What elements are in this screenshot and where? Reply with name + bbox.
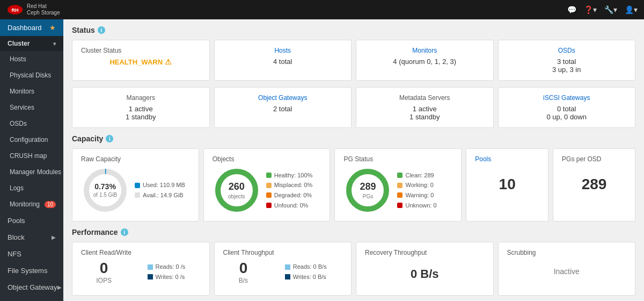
cluster-status-title: Cluster Status <box>81 47 201 54</box>
sidebar-section-cluster[interactable]: Cluster ▾ <box>0 36 63 51</box>
metadata-servers-title: Metadata Servers <box>365 94 485 102</box>
sidebar-item-configuration[interactable]: Configuration <box>0 132 63 148</box>
sidebar-item-file-systems[interactable]: File Systems <box>0 262 63 279</box>
sidebar-item-physical-disks[interactable]: Physical Disks <box>0 67 63 83</box>
help-icon[interactable]: ❓▾ <box>584 5 597 14</box>
sidebar-item-dashboard[interactable]: Dashboard ★ <box>0 19 63 36</box>
pools-card: Pools 10 <box>466 148 548 221</box>
osds-link[interactable]: OSDs <box>558 47 575 54</box>
sidebar-item-crush-map[interactable]: CRUSH map <box>0 148 63 164</box>
performance-info-icon[interactable]: i <box>121 228 128 236</box>
pgs-per-osd-value: 289 <box>562 176 626 193</box>
recovery-tp-value: 0 B/s <box>365 267 485 281</box>
recovery-throughput-card: Recovery Throughput 0 B/s <box>356 242 494 296</box>
sidebar-item-object-gateway[interactable]: Object Gateway ▶ <box>0 279 63 296</box>
pg-status-title: PG Status <box>343 155 452 163</box>
iscsi-gateways-line1: 0 total <box>507 105 627 113</box>
iscsi-gateways-card: iSCSI Gateways 0 total 0 up, 0 down <box>498 87 636 128</box>
redhat-logo-icon: RH <box>6 4 24 16</box>
client-tp-value: 0 <box>239 260 248 277</box>
pools-link[interactable]: Pools <box>475 155 491 163</box>
objects-donut: 260 objects <box>213 166 261 214</box>
object-gateways-title: Object Gateways <box>223 94 343 102</box>
sidebar-item-hosts[interactable]: Hosts <box>0 51 63 67</box>
raw-capacity-label: 0.73% of 1.5 GiB <box>93 182 117 198</box>
scrubbing-card: Scrubbing Inactive <box>498 242 636 296</box>
monitors-title: Monitors <box>365 47 485 54</box>
objects-legend: Healthy: 100% Misplaced: 0% Degraded: 0% <box>266 170 313 211</box>
client-tp-legend: Reads: 0 B/s Writes: 0 B/s <box>285 262 327 282</box>
raw-capacity-legend: Used: 110.9 MB Avail.: 14.9 GiB <box>135 180 185 200</box>
performance-row: Client Read/Write 0 IOPS Reads: 0 /s <box>72 242 635 296</box>
cluster-status-value: HEALTH_WARN ⚠ <box>81 58 201 66</box>
hosts-link[interactable]: Hosts <box>274 47 291 54</box>
recovery-tp-title: Recovery Throughput <box>365 249 485 256</box>
capacity-section-header: Capacity i <box>72 134 635 143</box>
managers-title: Managers <box>81 94 201 102</box>
pg-status-card: PG Status 289 PGs <box>334 148 462 221</box>
client-tp-title: Client Throughput <box>223 249 343 256</box>
metadata-servers-line1: 1 active <box>365 105 485 113</box>
block-chevron-icon: ▶ <box>52 234 56 240</box>
client-rw-unit: IOPS <box>96 277 112 284</box>
monitors-value: 4 (quorum 0, 1, 2, 3) <box>365 58 485 66</box>
osds-card: OSDs 3 total 3 up, 3 in <box>498 40 636 81</box>
capacity-info-icon[interactable]: i <box>106 135 113 142</box>
client-throughput-card: Client Throughput 0 B/s Reads: 0 B/s <box>214 242 352 296</box>
cluster-chevron-icon: ▾ <box>53 41 56 47</box>
metadata-servers-card: Metadata Servers 1 active 1 standby <box>356 87 494 128</box>
osds-title: OSDs <box>507 47 627 54</box>
pg-status-legend: Clean: 289 Working: 0 Warning: 0 Un <box>397 170 436 211</box>
objects-title: Objects <box>213 155 321 163</box>
object-gateways-link[interactable]: Object Gateways <box>258 94 307 102</box>
pgs-per-osd-card: PGs per OSD 289 <box>553 148 635 221</box>
scrubbing-value: Inactive <box>507 267 627 276</box>
svg-text:RH: RH <box>12 8 19 13</box>
sidebar-item-osds[interactable]: OSDs <box>0 116 63 132</box>
objects-card: Objects 260 objects <box>203 148 331 221</box>
app-body: Dashboard ★ Cluster ▾ Hosts Physical Dis… <box>0 19 644 301</box>
managers-line2: 1 standby <box>81 113 201 121</box>
iscsi-gateways-link[interactable]: iSCSI Gateways <box>543 94 590 102</box>
monitors-link[interactable]: Monitors <box>412 47 437 54</box>
raw-capacity-title: Raw Capacity <box>81 155 190 163</box>
capacity-row: Raw Capacity 0.73% of 1.5 GiB <box>72 148 635 221</box>
sidebar-item-services[interactable]: Services <box>0 99 63 116</box>
navbar-right: 💬 ❓▾ 🔧▾ 👤▾ <box>567 5 638 14</box>
objects-donut-label: 260 objects <box>228 181 245 200</box>
monitors-card: Monitors 4 (quorum 0, 1, 2, 3) <box>356 40 494 81</box>
sidebar-item-manager-modules[interactable]: Manager Modules <box>0 164 63 180</box>
sidebar-item-logs[interactable]: Logs <box>0 180 63 196</box>
client-read-write-card: Client Read/Write 0 IOPS Reads: 0 /s <box>72 242 210 296</box>
warning-icon: ⚠ <box>165 58 172 66</box>
sidebar-item-block[interactable]: Block ▶ <box>0 229 63 246</box>
iscsi-gateways-line2: 0 up, 0 down <box>507 113 627 121</box>
dashboard-star-icon: ★ <box>49 24 56 32</box>
client-rw-legend: Reads: 0 /s Writes: 0 /s <box>148 262 186 282</box>
osds-line2: 3 up, 3 in <box>507 66 627 74</box>
performance-section-header: Performance i <box>72 228 635 236</box>
cluster-status-card: Cluster Status HEALTH_WARN ⚠ <box>72 40 210 81</box>
sidebar-item-monitoring[interactable]: Monitoring 10 <box>0 196 63 212</box>
pools-value: 10 <box>475 176 539 193</box>
sidebar: Dashboard ★ Cluster ▾ Hosts Physical Dis… <box>0 19 63 301</box>
main-content: Status i Cluster Status HEALTH_WARN ⚠ Ho… <box>63 19 644 301</box>
status-info-icon[interactable]: i <box>98 26 105 34</box>
chat-icon[interactable]: 💬 <box>567 5 576 14</box>
sidebar-item-monitors[interactable]: Monitors <box>0 83 63 99</box>
pg-status-donut-label: 289 PGs <box>360 181 376 200</box>
pg-status-donut: 289 PGs <box>343 166 392 214</box>
object-gateways-value: 2 total <box>223 105 343 113</box>
client-rw-title: Client Read/Write <box>81 249 201 256</box>
tools-icon[interactable]: 🔧▾ <box>604 5 617 14</box>
monitoring-badge: 10 <box>45 201 56 208</box>
client-tp-unit: B/s <box>239 277 248 284</box>
sidebar-item-pools[interactable]: Pools <box>0 212 63 229</box>
hosts-card: Hosts 4 total <box>214 40 352 81</box>
metadata-servers-line2: 1 standby <box>365 113 485 121</box>
dashboard-label: Dashboard <box>8 24 42 32</box>
hosts-value: 4 total <box>223 58 343 66</box>
sidebar-item-nfs[interactable]: NFS <box>0 246 63 262</box>
user-icon[interactable]: 👤▾ <box>625 5 638 14</box>
hosts-title: Hosts <box>223 47 343 54</box>
